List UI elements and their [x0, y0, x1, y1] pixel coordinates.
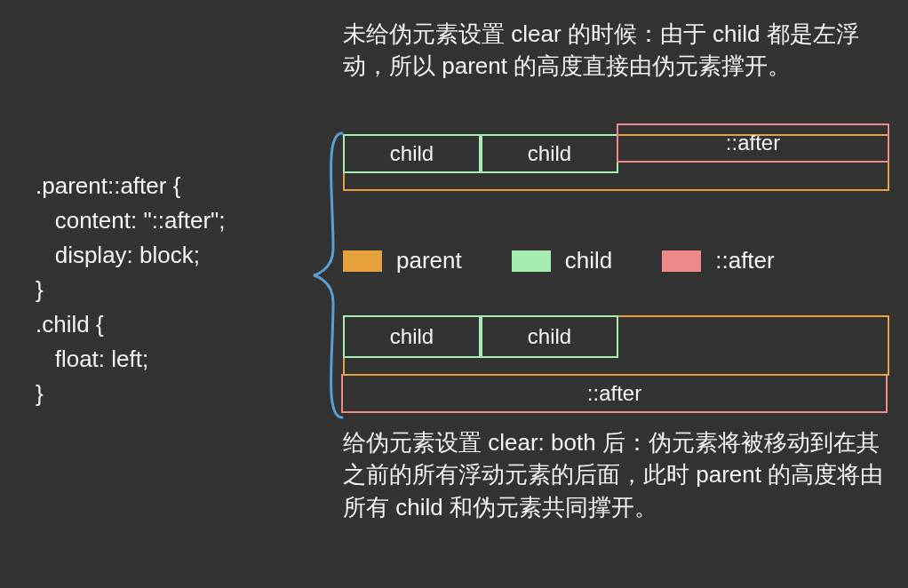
legend: parent child ::after	[343, 247, 889, 274]
parent-box: child child	[343, 315, 889, 376]
swatch-after	[662, 250, 701, 272]
css-code-snippet: .parent::after { content: "::after"; dis…	[36, 169, 226, 411]
legend-item-child: child	[512, 247, 612, 274]
swatch-parent	[343, 250, 382, 272]
legend-item-parent: parent	[343, 247, 462, 274]
diagram-with-clear: child child ::after	[343, 315, 889, 413]
child-box: child	[343, 134, 481, 173]
child-box: child	[481, 315, 618, 358]
explanation-no-clear: 未给伪元素设置 clear 的时候：由于 child 都是左浮动，所以 pare…	[343, 18, 885, 83]
swatch-child	[512, 250, 551, 272]
explanation-with-clear: 给伪元素设置 clear: both 后：伪元素将被移动到在其之前的所有浮动元素…	[343, 426, 885, 523]
parent-box: child child ::after	[343, 134, 889, 191]
legend-item-after: ::after	[662, 247, 774, 274]
legend-label: ::after	[715, 247, 774, 274]
legend-label: child	[565, 247, 612, 274]
child-box: child	[343, 315, 481, 358]
child-box: child	[481, 134, 618, 173]
diagram-no-clear: child child ::after	[343, 134, 889, 191]
after-pseudo-box: ::after	[617, 123, 889, 163]
legend-label: parent	[396, 247, 462, 274]
after-pseudo-box: ::after	[341, 374, 888, 413]
